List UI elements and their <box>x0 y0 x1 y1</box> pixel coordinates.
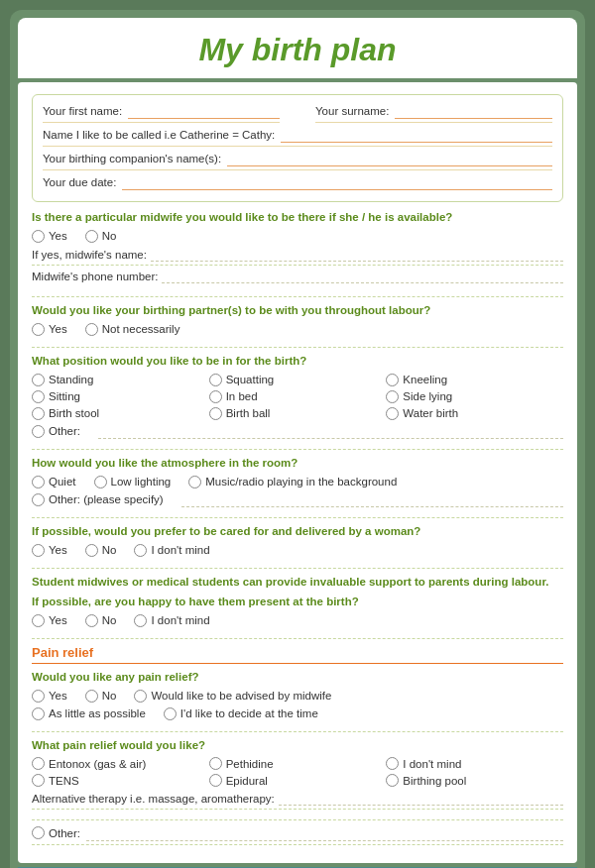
section-pain-relief-1: Would you like any pain relief? Yes No W… <box>32 670 563 732</box>
section-female-carer: If possible, would you prefer to be care… <box>32 524 563 569</box>
radio-st-yes[interactable] <box>32 614 45 627</box>
radio-sitting[interactable] <box>32 390 45 403</box>
radio-pr-aslittle[interactable] <box>32 707 45 720</box>
radio-squatting[interactable] <box>209 374 222 386</box>
radio-other[interactable] <box>32 826 45 839</box>
radio-entonox[interactable] <box>32 757 45 770</box>
alt-therapy-input[interactable] <box>279 792 563 806</box>
option-squatting: Squatting <box>209 374 369 386</box>
radio-fc-no[interactable] <box>85 544 98 557</box>
section-midwife: Is there a particular midwife you would … <box>32 210 563 297</box>
atmosphere-options: Quiet Low lighting Music/radio playing i… <box>32 476 563 490</box>
option-standing: Standing <box>32 374 191 386</box>
radio-pethidine[interactable] <box>209 757 222 770</box>
radio-pr-yes[interactable] <box>32 690 45 703</box>
option-other: Other: <box>32 826 80 839</box>
radio-kneeling[interactable] <box>386 374 399 386</box>
midwife-name-row: If yes, midwife's name: <box>32 248 563 266</box>
companion-input[interactable] <box>227 151 552 166</box>
option-pr-midwife: Would like to be advised by midwife <box>134 690 331 703</box>
section-other: Other: <box>32 826 563 851</box>
radio-tens[interactable] <box>32 774 45 787</box>
nickname-row: Name I like to be called i.e Catherine =… <box>43 127 552 147</box>
radio-no[interactable] <box>85 230 98 243</box>
radio-birthball[interactable] <box>209 407 222 420</box>
pain-options-2: As little as possible I'd like to decide… <box>32 707 563 722</box>
companion-label: Your birthing companion's name(s): <box>43 153 221 164</box>
atmosphere-other-row: Other: (please specify) <box>32 493 563 508</box>
radio-sidelying[interactable] <box>386 390 399 403</box>
pain-type-options: Entonox (gas & air) Pethidine I don't mi… <box>32 757 563 789</box>
due-date-input[interactable] <box>122 174 552 190</box>
midwife-name-label: If yes, midwife's name: <box>32 249 147 261</box>
title-area: My birth plan <box>18 18 577 78</box>
midwife-phone-row: Midwife's phone number: <box>32 270 563 286</box>
alt-therapy-label: Alternative therapy i.e. massage, aromat… <box>32 793 275 805</box>
nickname-input[interactable] <box>281 127 552 143</box>
first-name-label: Your first name: <box>43 105 122 117</box>
option-fc-no: No <box>85 544 117 557</box>
radio-pr-decide[interactable] <box>164 707 177 720</box>
companion-row: Your birthing companion's name(s): <box>43 151 552 170</box>
radio-position-other[interactable] <box>32 425 45 438</box>
question-female-carer: If possible, would you prefer to be care… <box>32 524 563 539</box>
option-pt-dontmind: I don't mind <box>386 757 545 770</box>
midwife-name-input[interactable] <box>151 248 563 262</box>
option-lowlight: Low lighting <box>94 476 172 488</box>
option-birthingpool: Birthing pool <box>386 774 545 787</box>
surname-label: Your surname: <box>315 105 389 117</box>
radio-pr-midwife[interactable] <box>134 690 147 703</box>
radio-inbed[interactable] <box>209 390 222 403</box>
first-name-input[interactable] <box>128 103 280 119</box>
other-input[interactable] <box>86 827 563 841</box>
alt-therapy-row: Alternative therapy i.e. massage, aromat… <box>32 792 563 810</box>
radio-standing[interactable] <box>32 374 45 386</box>
pain-relief-header: Pain relief <box>32 645 563 664</box>
option-epidural: Epidural <box>209 774 369 787</box>
option-quiet: Quiet <box>32 476 76 488</box>
option-fc-dontmind: I don't mind <box>134 544 209 557</box>
radio-fc-yes[interactable] <box>32 544 45 557</box>
option-st-yes: Yes <box>32 614 67 627</box>
radio-epidural[interactable] <box>209 774 222 787</box>
question-atmosphere: How would you like the atmosphere in the… <box>32 456 563 471</box>
radio-st-no[interactable] <box>85 614 98 627</box>
radio-yes[interactable] <box>32 230 45 243</box>
radio-pr-no[interactable] <box>85 690 98 703</box>
name-row: Your first name: Your surname: <box>43 103 552 127</box>
midwife-options: Yes No <box>32 230 563 245</box>
radio-fc-dontmind[interactable] <box>134 544 147 557</box>
option-pr-decide: I'd like to decide at the time <box>164 707 318 720</box>
radio-birthingpool[interactable] <box>386 774 399 787</box>
radio-pt-dontmind[interactable] <box>386 757 399 770</box>
due-date-row: Your due date: <box>43 174 552 193</box>
question-pain-relief-1: Would you like any pain relief? <box>32 670 563 685</box>
midwife-phone-label: Midwife's phone number: <box>32 271 158 282</box>
radio-lowlight[interactable] <box>94 476 107 488</box>
position-other-input[interactable] <box>98 425 563 439</box>
section-students: Student midwives or medical students can… <box>32 575 563 639</box>
midwife-phone-input[interactable] <box>162 270 563 283</box>
nickname-label: Name I like to be called i.e Catherine =… <box>43 129 275 141</box>
question-position: What position would you like to be in fo… <box>32 354 563 369</box>
partner-options: Yes Not necessarily <box>32 323 563 338</box>
question-pain-relief-2: What pain relief would you like? <box>32 738 563 753</box>
radio-music[interactable] <box>188 476 201 488</box>
radio-partner-notnec[interactable] <box>85 323 98 336</box>
atmosphere-other-input[interactable] <box>181 493 563 507</box>
radio-waterbirth[interactable] <box>386 407 399 420</box>
option-tens: TENS <box>32 774 191 787</box>
radio-st-dontmind[interactable] <box>134 614 147 627</box>
surname-input[interactable] <box>395 103 552 119</box>
radio-atmosphere-other[interactable] <box>32 493 45 506</box>
radio-birthstool[interactable] <box>32 407 45 420</box>
position-other-row: Other: <box>32 425 563 440</box>
option-sidelying: Side lying <box>386 390 545 403</box>
radio-quiet[interactable] <box>32 476 45 488</box>
option-fc-yes: Yes <box>32 544 67 557</box>
option-st-no: No <box>85 614 117 627</box>
option-sitting: Sitting <box>32 390 191 403</box>
radio-partner-yes[interactable] <box>32 323 45 336</box>
due-date-label: Your due date: <box>43 176 116 188</box>
question-students-2: If possible, are you happy to have them … <box>32 595 563 609</box>
